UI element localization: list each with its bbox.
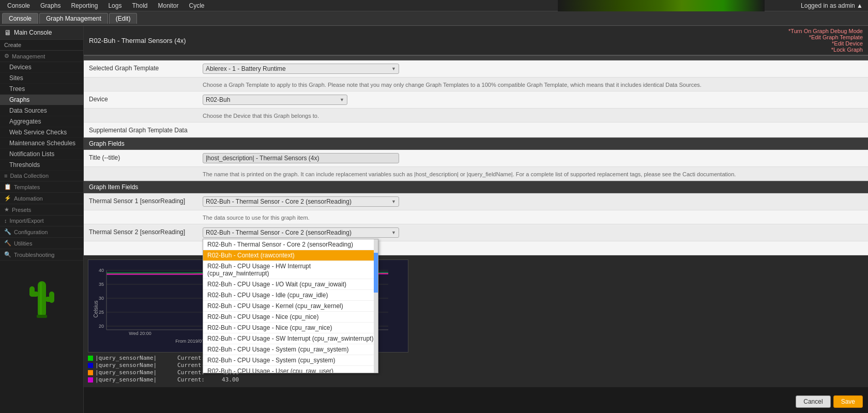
utilities-label: Utilities <box>14 240 32 247</box>
svg-text:Wed 20:00: Wed 20:00 <box>129 331 151 336</box>
thermal-sensor-1-label: Thermal Sensor 1 [sensorReading] <box>89 196 203 205</box>
sidebar-item-web-service-checks[interactable]: Web Service Checks <box>0 127 83 138</box>
main-layout: 🖥 Main Console Create ⚙ Management Devic… <box>0 26 868 413</box>
breadcrumb-edit[interactable]: (Edit) <box>109 13 138 24</box>
dropdown-scrollbar[interactable] <box>374 239 378 373</box>
thermal-sensor-2-control: R02-Buh - Thermal Sensor - Core 2 (senso… <box>203 227 863 238</box>
title-control <box>203 153 863 163</box>
thermal-sensor-1-select[interactable]: R02-Buh - Thermal Sensor - Core 2 (senso… <box>203 196 399 207</box>
nav-thold[interactable]: Thold <box>127 1 153 10</box>
device-label: Device <box>89 95 203 103</box>
dropdown-item-8[interactable]: R02-Buh - CPU Usage - SW Interrupt (cpu_… <box>203 333 378 344</box>
svg-rect-2 <box>29 286 35 297</box>
sidebar-main-console[interactable]: 🖥 Main Console <box>0 26 83 40</box>
sidebar-item-trees[interactable]: Trees <box>0 84 83 95</box>
sidebar-section-automation[interactable]: ⚡ Automation <box>0 193 83 204</box>
svg-rect-6 <box>37 315 47 318</box>
sidebar-section-presets[interactable]: ★ Presets <box>0 204 83 216</box>
dropdown-item-2[interactable]: R02-Buh - CPU Usage - HW Interrupt (cpu_… <box>203 261 378 279</box>
title-desc-spacer <box>89 170 203 171</box>
svg-text:25: 25 <box>99 310 104 315</box>
top-right-link-1[interactable]: *Edit Graph Template <box>788 34 863 40</box>
thermal-sensor-2-row: Thermal Sensor 2 [sensorReading] R02-Buh… <box>84 224 868 241</box>
automation-icon: ⚡ <box>4 195 11 202</box>
sidebar-item-notification-lists[interactable]: Notification Lists <box>0 149 83 160</box>
cactus-area <box>0 261 83 328</box>
title-input[interactable] <box>203 153 399 163</box>
import-export-label: Import/Export <box>10 218 44 224</box>
dropdown-item-11[interactable]: R02-Buh - CPU Usage - User (cpu_raw_user… <box>203 366 378 373</box>
sidebar-section-data-collection[interactable]: ≡ Data Collection <box>0 171 83 181</box>
sidebar-item-maintenance-schedules[interactable]: Maintenance Schedules <box>0 138 83 149</box>
troubleshooting-label: Troubleshooting <box>14 252 54 258</box>
configuration-label: Configuration <box>14 229 48 235</box>
thermal-sensor-1-row: Thermal Sensor 1 [sensorReading] R02-Buh… <box>84 193 868 210</box>
svg-text:40: 40 <box>99 268 104 273</box>
thermal-sensor-2-select[interactable]: R02-Buh - Thermal Sensor - Core 2 (senso… <box>203 227 399 238</box>
dropdown-item-6[interactable]: R02-Buh - CPU Usage - Nice (cpu_nice) <box>203 312 378 323</box>
sidebar-item-aggregates[interactable]: Aggregates <box>0 116 83 127</box>
save-button[interactable]: Save <box>833 395 863 408</box>
sidebar-item-thresholds[interactable]: Thresholds <box>0 160 83 171</box>
sidebar-item-data-sources[interactable]: Data Sources <box>0 105 83 116</box>
breadcrumb-bar: Console Graph Management (Edit) <box>0 11 868 26</box>
legend-color-3 <box>88 370 93 375</box>
sidebar-create-label: Create <box>0 40 83 51</box>
nav-logs[interactable]: Logs <box>103 1 127 10</box>
sidebar-section-management[interactable]: ⚙ Management <box>0 51 83 62</box>
page-title: R02-Buh - Thermal Sensors (4x) <box>89 37 186 44</box>
nav-console[interactable]: Console <box>2 1 35 10</box>
svg-rect-4 <box>49 292 54 303</box>
troubleshooting-icon: 🔍 <box>4 251 11 258</box>
sidebar-item-devices[interactable]: Devices <box>0 62 83 73</box>
dropdown-item-7[interactable]: R02-Buh - CPU Usage - Nice (cpu_raw_nice… <box>203 323 378 333</box>
automation-label: Automation <box>14 195 43 202</box>
top-right-link-0[interactable]: *Turn On Graph Debug Mode <box>788 28 863 34</box>
dropdown-item-4[interactable]: R02-Buh - CPU Usage - Idle (cpu_raw_idle… <box>203 290 378 301</box>
dropdown-item-5[interactable]: R02-Buh - CPU Usage - Kernel (cpu_raw_ke… <box>203 301 378 312</box>
device-select[interactable]: R02-Buh <box>203 95 347 105</box>
dropdown-item-3[interactable]: R02-Buh - CPU Usage - I/O Wait (cpu_raw_… <box>203 279 378 290</box>
breadcrumb-console[interactable]: Console <box>2 13 38 24</box>
dropdown-scrollbar-thumb[interactable] <box>374 253 378 293</box>
import-export-icon: ↕ <box>4 218 7 224</box>
device-row: Device R02-Buh <box>84 91 868 109</box>
sidebar-section-templates[interactable]: 📋 Templates <box>0 181 83 193</box>
graph-template-desc-spacer <box>89 81 203 82</box>
legend-item-4: |query_sensorName| Current: 43.00 <box>88 376 864 383</box>
sidebar-section-configuration[interactable]: 🔧 Configuration <box>0 226 83 238</box>
dropdown-overlay: R02-Buh - Thermal Sensor - Core 2 (senso… <box>203 239 378 373</box>
graph-template-desc-row: Choose a Graph Template to apply to this… <box>84 78 868 91</box>
graph-preview-area: Celsius 40 35 30 25 20 Wed 20:00 Thu 00:… <box>84 255 868 387</box>
svg-rect-5 <box>40 282 42 316</box>
device-control: R02-Buh <box>203 95 863 105</box>
thermal-sensor-1-desc-spacer <box>89 213 203 215</box>
dropdown-item-1[interactable]: R02-Buh - Context (rawcontext) <box>203 250 378 261</box>
breadcrumb-graph-management[interactable]: Graph Management <box>39 13 108 24</box>
bottom-buttons: Cancel Save <box>796 395 863 408</box>
sidebar-item-sites[interactable]: Sites <box>0 73 83 84</box>
graph-template-select[interactable]: Ablerex - 1 - Battery Runtime <box>203 64 399 74</box>
dropdown-item-10[interactable]: R02-Buh - CPU Usage - System (cpu_system… <box>203 355 378 366</box>
nav-cycle[interactable]: Cycle <box>184 1 210 10</box>
top-right-link-3[interactable]: *Lock Graph <box>788 47 863 53</box>
graph-template-select-wrapper: Ablerex - 1 - Battery Runtime <box>203 64 399 74</box>
cactus-logo <box>21 266 63 323</box>
legend-color-1 <box>88 356 93 361</box>
sidebar-section-troubleshooting[interactable]: 🔍 Troubleshooting <box>0 249 83 261</box>
dropdown-item-0[interactable]: R02-Buh - Thermal Sensor - Core 2 (senso… <box>203 239 378 250</box>
legend-label-4: |query_sensorName| Current: 43.00 <box>95 376 239 383</box>
top-right-link-2[interactable]: *Edit Device <box>788 40 863 47</box>
sidebar-item-graphs[interactable]: Graphs <box>0 95 83 105</box>
sidebar-section-import-export[interactable]: ↕ Import/Export <box>0 216 83 226</box>
presets-label: Presets <box>12 207 31 213</box>
nav-monitor[interactable]: Monitor <box>153 1 184 10</box>
sidebar-section-utilities[interactable]: 🔨 Utilities <box>0 238 83 249</box>
cancel-button[interactable]: Cancel <box>796 395 830 408</box>
configuration-icon: 🔧 <box>4 228 11 235</box>
selected-graph-template-label: Selected Graph Template <box>89 64 203 72</box>
nav-graphs[interactable]: Graphs <box>35 1 66 10</box>
nav-reporting[interactable]: Reporting <box>66 1 103 10</box>
dropdown-item-9[interactable]: R02-Buh - CPU Usage - System (cpu_raw_sy… <box>203 344 378 355</box>
graph-fields-header: Graph Fields <box>84 137 868 150</box>
